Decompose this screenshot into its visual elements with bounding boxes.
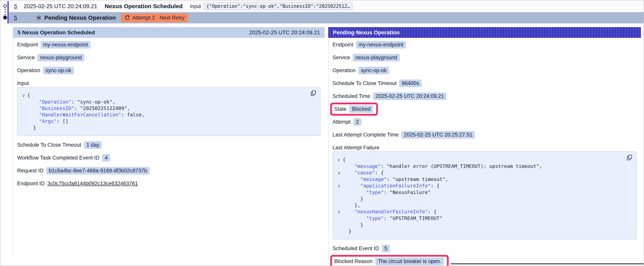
field-row: Last Attempt Complete Time2025-02-25 UTC… — [332, 131, 636, 139]
field-label: Service — [17, 55, 35, 61]
timeline-selection-bar — [8, 1, 9, 24]
card-header-timestamp: 2025-02-25 UTC 20:24:09.21 — [249, 30, 320, 36]
asterisk-pending-icon — [36, 15, 42, 21]
field-row: Last Attempt Failure — [332, 144, 636, 151]
field-value-chip: The circuit breaker is open. — [376, 257, 444, 265]
field-label: Schedule To Close Timeout — [17, 142, 81, 148]
event-row-nexus-operation-scheduled[interactable]: 5 2025-02-25 UTC 20:24:09.21 Nexus Opera… — [9, 1, 644, 12]
field-label: Endpoint — [332, 42, 354, 48]
card-header-title: Pending Nexus Operation — [333, 30, 400, 36]
field-row: Input — [17, 80, 320, 87]
field-row: Attempt2 — [332, 118, 636, 126]
json-code-block: ∨{ "message": "handler error (UPSTREAM_T… — [332, 151, 636, 239]
event-input-label: Input — [190, 4, 201, 9]
field-value-chip: sync-op-ok — [43, 67, 74, 74]
timeline-node-filled-icon — [3, 16, 7, 19]
field-row: Endpointmy-nexus-endpoint — [17, 41, 320, 49]
refresh-icon — [124, 15, 130, 21]
field-value-chip: 5 — [382, 245, 390, 252]
highlight-annotation-box: StateBlocked — [330, 103, 378, 116]
field-value-chip: nexus-playground — [38, 54, 84, 61]
timeline-node-open-icon — [3, 4, 7, 8]
chevron-down-icon[interactable]: ∨ — [335, 183, 343, 189]
field-row: Servicenexus-playground — [17, 54, 320, 61]
field-label: Scheduled Time — [332, 93, 370, 99]
field-value-chip: 4 — [102, 154, 110, 162]
field-value-chip: nexus-playground — [353, 54, 400, 61]
copy-icon[interactable] — [310, 90, 317, 97]
field-row: Endpoint ID3c0c75ccfa8144b092c13ce632463… — [17, 180, 320, 187]
chevron-down-icon[interactable]: ∨ — [20, 92, 27, 99]
field-value-chip: 1 day — [84, 141, 102, 149]
card-header-striped: Pending Nexus Operation — [328, 27, 641, 38]
field-label: Endpoint — [17, 42, 38, 48]
field-value-chip: sync-op-ok — [358, 67, 389, 74]
event-id-link[interactable]: 5 — [14, 15, 17, 21]
field-value-chip: 2025-02-25 UTC 20:24:09.21 — [373, 92, 446, 100]
timeline-dotted-connector — [5, 9, 6, 16]
event-timestamp: 2025-02-25 UTC 20:24:09.21 — [24, 3, 97, 10]
field-row: Schedule To Close Timeout86400s — [332, 80, 636, 87]
right-card-fields: Endpointmy-nexus-endpointServicenexus-pl… — [332, 41, 636, 265]
event-detail-card-scheduled: 5 Nexus Operation Scheduled 2025-02-25 U… — [13, 27, 325, 257]
card-header: 5 Nexus Operation Scheduled 2025-02-25 U… — [13, 27, 325, 38]
event-id-link[interactable]: 5 — [14, 3, 17, 9]
highlight-annotation-box: Blocked ReasonThe circuit breaker is ope… — [330, 255, 449, 266]
field-row: Schedule To Close Timeout1 day — [17, 141, 320, 149]
field-value-chip: 2025-02-25 UTC 20:25:27.51 — [401, 131, 475, 139]
field-row: Endpointmy-nexus-endpoint — [332, 41, 636, 49]
card-body: Endpointmy-nexus-endpointServicenexus-pl… — [328, 38, 641, 265]
left-card-fields: Endpointmy-nexus-endpointServicenexus-pl… — [17, 41, 320, 187]
field-row: Operationsync-op-ok — [17, 67, 320, 74]
field-value-link[interactable]: 3c0c75ccfa8144b092c13ce632463761 — [47, 181, 138, 187]
card-header-title: 5 Nexus Operation Scheduled — [18, 30, 95, 36]
field-value-chip: b1c6a4bc-8ee7-468a-9169-df3b02c8737b — [46, 167, 150, 174]
json-code-block: ∨{ "Operation": "sync-op-ok", "BusinessI… — [17, 87, 320, 136]
field-row: Scheduled Time2025-02-25 UTC 20:24:09.21 — [332, 92, 636, 100]
field-value-chip: Blocked — [349, 105, 373, 113]
field-label: Endpoint ID — [17, 181, 45, 187]
field-label: Blocked Reason — [334, 258, 373, 264]
event-detail-card-pending: Pending Nexus Operation Endpointmy-nexus… — [328, 27, 641, 266]
field-label: Workflow Task Completed Event ID — [17, 155, 100, 161]
field-label: Input — [17, 80, 29, 86]
chevron-down-icon[interactable]: ∨ — [335, 209, 343, 215]
field-label: State — [334, 106, 346, 112]
bottom-divider — [451, 263, 644, 264]
json-code: ∨{ "message": "handler error (UPSTREAM_T… — [335, 156, 622, 234]
chevron-down-icon[interactable]: ∨ — [335, 170, 343, 176]
field-label: Operation — [332, 68, 356, 74]
field-value-chip: 2 — [354, 118, 361, 126]
field-label: Scheduled Event ID — [332, 245, 379, 251]
card-body: Endpointmy-nexus-endpointServicenexus-pl… — [13, 38, 325, 257]
json-code: ∨{ "Operation": "sync-op-ok", "BusinessI… — [20, 92, 306, 131]
field-label: Last Attempt Failure — [332, 145, 379, 151]
event-row-pending-nexus-operation[interactable]: 5 Pending Nexus Operation Attempt 2 · Ne… — [9, 12, 644, 24]
field-label: Attempt — [332, 119, 351, 125]
chevron-down-icon[interactable]: ∨ — [335, 157, 343, 163]
field-value-chip: my-nexus-endpoint — [356, 41, 406, 49]
field-label: Request ID — [17, 168, 44, 174]
event-title: Nexus Operation Scheduled — [105, 3, 183, 10]
event-title: Pending Nexus Operation — [44, 15, 116, 21]
field-row: Scheduled Event ID5 — [332, 245, 636, 252]
field-row: Request IDb1c6a4bc-8ee7-468a-9169-df3b02… — [17, 167, 320, 174]
copy-icon[interactable] — [626, 154, 633, 161]
field-row: Workflow Task Completed Event ID4 — [17, 154, 320, 162]
event-input-preview-chip: {"Operation":"sync-op-ok","BusinessID":"… — [204, 2, 353, 10]
field-row: StateBlocked — [332, 105, 636, 113]
retry-status-badge: Attempt 2 · Next Retry — [121, 14, 188, 22]
field-row: Operationsync-op-ok — [332, 67, 636, 74]
field-value-chip: 86400s — [399, 80, 422, 87]
retry-badge-label: Attempt 2 · Next Retry — [132, 15, 184, 21]
field-label: Schedule To Close Timeout — [332, 80, 396, 86]
field-value-chip: my-nexus-endpoint — [41, 41, 91, 49]
field-row: Servicenexus-playground — [332, 54, 636, 61]
field-label: Service — [332, 55, 350, 61]
field-label: Operation — [17, 68, 40, 74]
field-label: Last Attempt Complete Time — [332, 132, 398, 138]
